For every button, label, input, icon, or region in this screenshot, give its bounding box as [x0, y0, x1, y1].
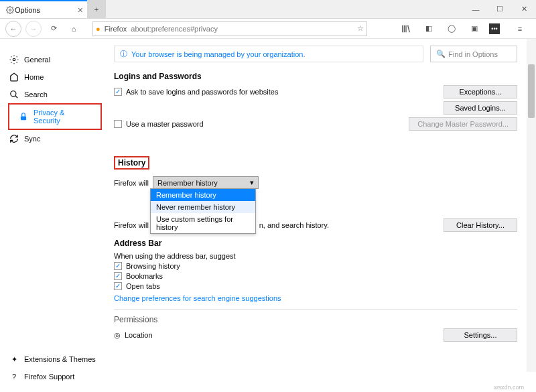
tab-title: Options — [15, 6, 40, 14]
hamburger-menu-icon[interactable]: ≡ — [512, 23, 528, 34]
browser-tab[interactable]: Options × — [0, 0, 87, 18]
puzzle-icon: ✦ — [9, 354, 19, 364]
svg-point-2 — [11, 91, 16, 96]
divider — [114, 309, 517, 310]
permission-location-label: Location — [125, 331, 153, 339]
suggest-bookmarks-checkbox[interactable]: Bookmarks — [114, 272, 517, 280]
url-text: about:preferences#privacy — [131, 25, 218, 33]
policy-text: Your browser is being managed by your or… — [131, 50, 305, 58]
sidebar-item-extensions[interactable]: ✦ Extensions & Themes — [0, 350, 107, 368]
checkbox-icon — [114, 282, 122, 290]
sidebar-label: General — [24, 56, 50, 64]
minimize-button[interactable]: — — [464, 0, 488, 18]
ask-save-logins-checkbox[interactable]: Ask to save logins and passwords for web… — [114, 88, 278, 96]
sidebar-item-privacy[interactable]: Privacy & Security — [8, 103, 102, 130]
search-icon — [9, 90, 19, 99]
history-option-remember[interactable]: Remember history — [151, 189, 255, 201]
sidebar-item-search[interactable]: Search — [0, 86, 107, 103]
exceptions-button[interactable]: Exceptions... — [444, 85, 517, 99]
sidebar-icon[interactable]: ◧ — [421, 23, 437, 34]
bookmark-star-icon[interactable]: ☆ — [357, 24, 364, 33]
title-bar: Options × + — ☐ ✕ — [0, 0, 536, 19]
reload-button[interactable]: ⟳ — [46, 24, 62, 33]
section-permissions-title: Permissions — [114, 315, 517, 324]
history-mode-dropdown[interactable]: Remember history ▾ — [153, 176, 259, 189]
search-icon: 🔍 — [436, 50, 446, 58]
checkbox-icon — [114, 120, 122, 128]
identity-label: Firefox — [105, 25, 127, 33]
master-password-checkbox[interactable]: Use a master password — [114, 120, 204, 128]
scrollbar-thumb[interactable] — [528, 64, 535, 118]
forward-button[interactable]: → — [25, 21, 42, 37]
sidebar-label: Extensions & Themes — [24, 355, 96, 363]
history-mode-options: Remember history Never remember history … — [150, 188, 256, 234]
history-option-custom[interactable]: Use custom settings for history — [151, 213, 255, 233]
location-icon: ◎ — [114, 331, 121, 340]
section-logins-title: Logins and Passwords — [114, 72, 517, 81]
close-icon[interactable]: × — [78, 5, 83, 15]
sync-icon — [9, 134, 19, 143]
change-master-password-button: Change Master Password... — [409, 117, 517, 131]
maximize-button[interactable]: ☐ — [488, 0, 512, 18]
extension-icon[interactable]: ••• — [489, 23, 500, 34]
saved-logins-button[interactable]: Saved Logins... — [444, 101, 517, 115]
window-controls: — ☐ ✕ — [464, 0, 536, 18]
sidebar-label: Sync — [24, 135, 40, 143]
main-pane: ⓘ Your browser is being managed by your … — [107, 39, 536, 392]
close-window-button[interactable]: ✕ — [512, 0, 536, 18]
master-password-label: Use a master password — [126, 120, 204, 128]
section-history-title: History — [114, 151, 517, 174]
history-mode-selected: Remember history — [157, 179, 218, 187]
sidebar-item-sync[interactable]: Sync — [0, 130, 107, 147]
help-icon: ? — [9, 372, 19, 381]
account-icon[interactable]: ◯ — [444, 23, 460, 34]
location-settings-button[interactable]: Settings... — [444, 328, 517, 342]
svg-point-1 — [13, 58, 15, 61]
sidebar-label: Firefox Support — [24, 373, 74, 381]
clear-history-button[interactable]: Clear History... — [444, 218, 517, 232]
category-sidebar: General Home Search Privacy & Security S… — [0, 39, 107, 392]
sidebar-label: Privacy & Security — [34, 109, 91, 125]
sidebar-item-support[interactable]: ? Firefox Support — [0, 368, 107, 385]
sidebar-label: Home — [24, 73, 44, 81]
ask-save-logins-label: Ask to save logins and passwords for web… — [126, 88, 278, 96]
back-button[interactable]: ← — [5, 21, 21, 37]
gear-icon — [5, 5, 15, 15]
sidebar-footer: ✦ Extensions & Themes ? Firefox Support — [0, 350, 107, 385]
info-icon: ⓘ — [120, 49, 127, 59]
find-placeholder: Find in Options — [448, 50, 498, 58]
checkbox-icon — [114, 262, 122, 270]
find-in-options-input[interactable]: 🔍 Find in Options — [430, 46, 517, 62]
history-option-never[interactable]: Never remember history — [151, 201, 255, 213]
suggest-opentabs-checkbox[interactable]: Open tabs — [114, 282, 517, 290]
firefox-icon: ● — [96, 25, 100, 33]
svg-rect-3 — [21, 116, 26, 120]
toolbar: ← → ⟳ ⌂ ● Firefox about:preferences#priv… — [0, 19, 536, 39]
policy-banner[interactable]: ⓘ Your browser is being managed by your … — [114, 46, 423, 62]
checkbox-icon — [114, 272, 122, 280]
home-icon — [9, 72, 19, 82]
suggest-history-checkbox[interactable]: Browsing history — [114, 262, 517, 270]
url-bar[interactable]: ● Firefox about:preferences#privacy ☆ — [92, 21, 367, 36]
sidebar-item-home[interactable]: Home — [0, 68, 107, 86]
library-icon[interactable] — [398, 23, 414, 34]
save-to-pocket-icon[interactable]: ▣ — [466, 23, 482, 34]
chevron-down-icon: ▾ — [250, 178, 254, 187]
watermark: wsxdn.com — [494, 384, 524, 391]
sidebar-item-general[interactable]: General — [0, 51, 107, 68]
section-address-title: Address Bar — [114, 239, 517, 248]
scrollbar[interactable] — [527, 39, 536, 372]
svg-point-0 — [9, 9, 11, 11]
new-tab-button[interactable]: + — [87, 0, 106, 18]
sidebar-label: Search — [24, 90, 48, 99]
gear-icon — [9, 55, 19, 64]
content-area: General Home Search Privacy & Security S… — [0, 39, 536, 392]
history-prefix: Firefox will — [114, 179, 149, 187]
home-button[interactable]: ⌂ — [66, 25, 82, 33]
lock-icon — [19, 112, 28, 121]
search-suggestions-link[interactable]: Change preferences for search engine sug… — [114, 294, 517, 302]
checkbox-icon — [114, 88, 122, 96]
address-hint: When using the address bar, suggest — [114, 252, 517, 260]
